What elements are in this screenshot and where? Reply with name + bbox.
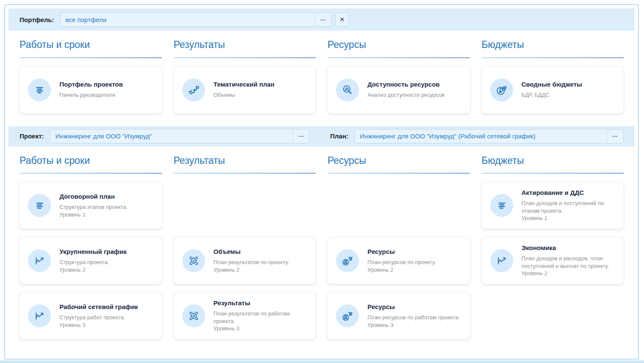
card-subtitle: Структура этапов проекта. Уровень 1: [59, 203, 128, 218]
plan-more-button[interactable]: ...: [607, 129, 623, 143]
list-icon: [28, 194, 51, 217]
card-title: Актирование и ДДС: [522, 189, 616, 196]
header-underline: [20, 57, 162, 58]
close-icon: ✕: [339, 16, 345, 23]
card-title: Тематический план: [214, 81, 275, 88]
bottom-strip: [0, 360, 644, 363]
card-subtitle: План ресурсов по проекту. Уровень 2: [367, 259, 436, 273]
card-acts-and-dds[interactable]: Актирование и ДДС План доходов и поступл…: [482, 182, 624, 229]
header-underline: [20, 173, 162, 174]
card-title: Доступность ресурсов: [367, 81, 445, 88]
column-header-works: Работы и сроки: [20, 155, 162, 174]
card-subtitle: Структура проекта. Уровень 2: [59, 259, 127, 273]
card-title: Портфель проектов: [59, 81, 123, 88]
target-icon: [182, 304, 205, 327]
card-subtitle: План доходов и расходов, план поступлени…: [522, 255, 616, 277]
search-chart-icon: [336, 79, 359, 101]
header-underline: [328, 57, 470, 58]
portfolio-value[interactable]: все портфели: [60, 13, 315, 26]
header-underline: [328, 173, 470, 174]
card-working-network-schedule[interactable]: Рабочий сетевой график Структура работ п…: [20, 293, 162, 339]
portfolio-label: Портфель:: [20, 16, 54, 23]
column-header-results: Результаты: [174, 39, 316, 58]
card-subtitle: Объемы: [214, 91, 275, 99]
card-title: Ресурсы: [367, 248, 436, 255]
card-subtitle: План результатов по проекту. Уровень 2: [214, 259, 289, 273]
card-subtitle: Панель руководителя: [59, 91, 123, 99]
header-underline: [482, 57, 624, 58]
project-input[interactable]: Инжиниринг для ООО "Изумруд" ...: [50, 129, 310, 144]
project-more-button[interactable]: ...: [293, 129, 309, 143]
header-underline: [174, 173, 316, 174]
card-resources-works[interactable]: Ресурсы План ресурсов по работам проекта…: [328, 293, 470, 339]
card-subtitle: БДР, БДДС: [522, 91, 582, 99]
project-label: Проект:: [20, 132, 44, 140]
card-portfolio-projects[interactable]: Портфель проектов Панель руководителя: [20, 67, 162, 113]
card-title: Ресурсы: [367, 303, 460, 310]
workflow-icon: [182, 79, 205, 101]
column-header-budgets: Бюджеты: [482, 155, 624, 174]
portfolio-filter-bar: Портфель: все портфели ... ✕: [8, 8, 635, 31]
person-lines-icon: [336, 304, 359, 327]
card-subtitle: План ресурсов по работам проекта. Уровен…: [367, 314, 460, 329]
card-subtitle: Анализ доступности ресурсов: [367, 91, 445, 99]
ruble-icon: [490, 79, 513, 101]
column-header-works: Работы и сроки: [20, 39, 162, 58]
column-header-budgets: Бюджеты: [482, 39, 624, 58]
header-underline: [174, 57, 316, 58]
card-results[interactable]: Результаты План результатов по работам п…: [174, 293, 316, 339]
card-title: Сводные бюджеты: [522, 81, 582, 88]
card-subtitle: Структура работ проекта. Уровень 3: [59, 314, 138, 329]
plan-value[interactable]: Инжиниринг для ООО "Изумруд" (Рабочий се…: [355, 129, 607, 143]
card-subtitle: План результатов по работам проекта. Уро…: [214, 310, 308, 332]
list-icon: [490, 194, 513, 217]
card-subtitle: План доходов и поступлений по этапам про…: [522, 200, 616, 222]
chart-icon: [28, 249, 51, 272]
project-filter-bar: Проект: Инжиниринг для ООО "Изумруд" ...…: [8, 126, 635, 146]
person-lines-icon: [336, 249, 359, 272]
plan-input[interactable]: Инжиниринг для ООО "Изумруд" (Рабочий се…: [354, 129, 624, 144]
column-header-resources: Ресурсы: [328, 155, 470, 174]
card-enlarged-schedule[interactable]: Укрупненный график Структура проекта. Ур…: [20, 237, 162, 284]
plan-label: План:: [330, 132, 348, 140]
list-icon: [28, 79, 51, 101]
portfolio-section: Работы и сроки Результаты Ресурсы Бюджет…: [8, 39, 635, 113]
chart-icon: [28, 304, 51, 327]
card-volumes[interactable]: Объемы План результатов по проекту. Уров…: [174, 237, 316, 284]
card-title: Договорной план: [59, 193, 128, 200]
chart-icon: [490, 249, 513, 272]
portfolio-more-button[interactable]: ...: [315, 13, 331, 26]
card-resource-availability[interactable]: Доступность ресурсов Анализ доступности …: [328, 67, 470, 113]
card-summary-budgets[interactable]: Сводные бюджеты БДР, БДДС: [482, 67, 624, 113]
card-thematic-plan[interactable]: Тематический план Объемы: [174, 67, 316, 113]
portfolio-input[interactable]: все портфели ...: [60, 12, 332, 27]
project-value[interactable]: Инжиниринг для ООО "Изумруд": [50, 129, 293, 143]
portfolio-clear-button[interactable]: ✕: [335, 12, 349, 27]
card-title: Рабочий сетевой график: [59, 303, 138, 310]
header-underline: [482, 173, 624, 174]
card-resources-project[interactable]: Ресурсы План ресурсов по проекту. Уровен…: [328, 237, 470, 284]
card-title: Объемы: [214, 248, 289, 255]
card-title: Результаты: [214, 299, 308, 307]
column-header-resources: Ресурсы: [328, 39, 470, 58]
target-icon: [182, 249, 205, 272]
card-contract-plan[interactable]: Договорной план Структура этапов проекта…: [20, 182, 162, 229]
card-title: Укрупненный график: [59, 248, 127, 255]
column-header-results: Результаты: [174, 155, 316, 174]
dashboard-frame: Портфель: все портфели ... ✕ Работы и ср…: [4, 4, 639, 360]
artifact-red-mark: [617, 361, 632, 363]
card-title: Экономика: [522, 244, 616, 251]
project-section: Работы и сроки Результаты Ресурсы Бюджет…: [8, 155, 635, 340]
card-economics[interactable]: Экономика План доходов и расходов, план …: [482, 237, 624, 284]
